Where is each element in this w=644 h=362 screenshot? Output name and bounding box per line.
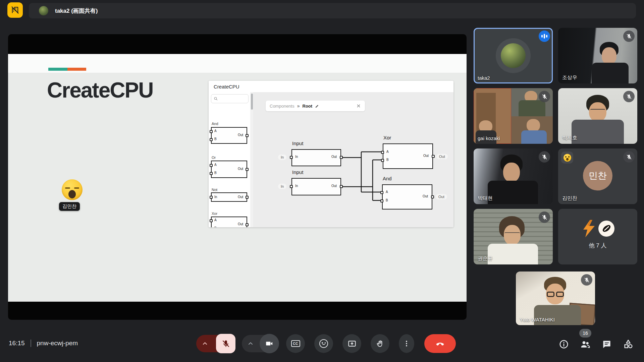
cc-icon: CC	[291, 340, 300, 347]
participant-name: 박태현	[478, 195, 493, 201]
external-out-label-xor: Out	[436, 154, 448, 159]
app-window-title: CreateCPU	[214, 84, 239, 89]
slide-accent-bar	[48, 68, 86, 71]
bean-logo-icon	[598, 221, 614, 237]
yawning-face-icon	[62, 179, 83, 200]
palette-search-input	[211, 94, 249, 103]
participants-button[interactable]	[580, 339, 591, 350]
palette-scrollbar-thumb	[251, 94, 253, 110]
participant-tile-gai-kozaki[interactable]: gai kozaki	[474, 88, 553, 144]
chevron-up-icon[interactable]	[247, 340, 254, 347]
palette-item-xor-label: Xor	[212, 212, 217, 216]
participant-video	[590, 42, 631, 83]
participant-tile-taka2[interactable]: taka2	[474, 28, 553, 83]
palette-item-or-label: Or	[212, 156, 216, 160]
shared-screen-stage[interactable]: CreateCPU CreateCPU And A B Out Or A B	[8, 34, 467, 320]
camera-button-group[interactable]	[242, 335, 279, 352]
activities-icon	[623, 339, 634, 350]
palette-item-or: A B Out	[211, 161, 247, 178]
avatar	[501, 43, 526, 68]
node-input2-title: Input	[292, 169, 303, 175]
presenter-avatar	[39, 6, 48, 15]
camera-icon	[265, 339, 274, 348]
smiley-icon	[319, 339, 328, 348]
node-input1: In Out	[291, 149, 341, 166]
meeting-code: pnw-ecwj-pem	[37, 340, 78, 347]
participant-name: Yuto WATAHIKI	[520, 317, 555, 322]
node-and-title: And	[383, 176, 392, 181]
building-slash-icon	[10, 5, 20, 15]
presenter-label: taka2 (画面共有)	[55, 7, 98, 15]
participant-video	[492, 216, 534, 264]
palette-scrollbar	[250, 92, 253, 227]
participant-name: 김민찬	[562, 195, 577, 201]
presenter-banner[interactable]: taka2 (画面共有)	[29, 3, 636, 18]
participant-name: 조상우	[562, 74, 577, 81]
external-out-label-and: Out	[436, 194, 447, 199]
node-input1-title: Input	[292, 140, 303, 146]
component-palette: And A B Out Or A B Out Not In Out	[209, 92, 250, 227]
breadcrumb-parent: Components	[270, 104, 294, 109]
participant-count-badge: 16	[579, 329, 591, 338]
chevron-up-icon[interactable]	[201, 340, 209, 347]
participant-video	[578, 95, 618, 144]
breadcrumb-separator-icon: »	[297, 103, 300, 109]
lightning-logo-icon	[581, 220, 597, 238]
more-options-button[interactable]	[399, 334, 414, 353]
palette-item-and: A B Out	[211, 127, 247, 144]
end-call-button[interactable]	[424, 334, 456, 353]
palette-item-xor: A B Out	[211, 217, 247, 227]
separator	[31, 340, 31, 347]
node-xor: A B Out	[383, 143, 433, 169]
mic-off-icon	[539, 212, 550, 223]
others-count-label: 他 7 人	[558, 242, 637, 249]
external-in-label-2: In	[278, 184, 286, 189]
vertical-dots-icon	[402, 340, 411, 348]
mic-off-icon	[623, 151, 635, 163]
mic-mute-button[interactable]	[216, 334, 235, 353]
slide-title: CreateCPU	[47, 78, 153, 103]
camera-toggle-button[interactable]	[260, 334, 279, 353]
mic-off-icon	[539, 91, 550, 102]
chat-button[interactable]	[601, 339, 612, 350]
phone-end-icon	[435, 339, 445, 349]
activities-button[interactable]	[623, 339, 634, 350]
avatar-initials: 민찬	[583, 161, 612, 190]
participant-tile-kim-minchan[interactable]: 민찬 김민찬	[558, 148, 637, 204]
participant-tile-park-jiho[interactable]: 박지호	[558, 88, 637, 144]
palette-item-not-label: Not	[212, 188, 217, 192]
mic-off-icon	[623, 31, 635, 42]
mic-off-icon	[221, 339, 230, 348]
participant-tile-others[interactable]: 他 7 人	[558, 209, 637, 264]
participant-name: 권순규	[478, 255, 493, 262]
present-icon	[347, 339, 357, 348]
mic-off-icon	[581, 274, 592, 286]
reaction-emoji	[62, 179, 83, 201]
breadcrumb: Components » Root	[266, 101, 365, 111]
participant-tile-yuto-watahiki[interactable]: Yuto WATAHIKI	[516, 272, 595, 325]
mic-button-group[interactable]	[196, 335, 235, 352]
participant-name: taka2	[478, 75, 490, 81]
present-screen-button[interactable]	[342, 334, 361, 353]
reaction-author-badge: 김민찬	[59, 202, 80, 211]
speaking-indicator-icon	[539, 31, 550, 42]
participant-tile-kwon-sungyu[interactable]: 권순규	[474, 209, 553, 264]
raise-hand-button[interactable]	[371, 334, 389, 353]
meeting-info: 16:15 pnw-ecwj-pem	[9, 340, 78, 347]
meeting-details-button[interactable]	[558, 339, 570, 350]
screen-share-status-button[interactable]	[7, 2, 23, 18]
reactions-button[interactable]	[314, 334, 333, 353]
palette-item-not: In Out	[211, 192, 247, 202]
palette-item-and-label: And	[212, 122, 218, 126]
participant-name: 박지호	[562, 135, 577, 141]
participant-tile-park-taehyun[interactable]: 박태현	[474, 148, 553, 204]
captions-button[interactable]: CC	[286, 334, 305, 353]
chat-icon	[602, 339, 612, 349]
call-controls: CC	[196, 333, 456, 354]
participant-tile-cho-sangwoo[interactable]: 조상우	[558, 28, 637, 83]
hand-icon	[376, 339, 385, 348]
mic-off-icon	[623, 91, 635, 102]
clock: 16:15	[9, 340, 25, 347]
participant-video	[493, 155, 533, 204]
edit-pencil-icon	[315, 104, 319, 108]
